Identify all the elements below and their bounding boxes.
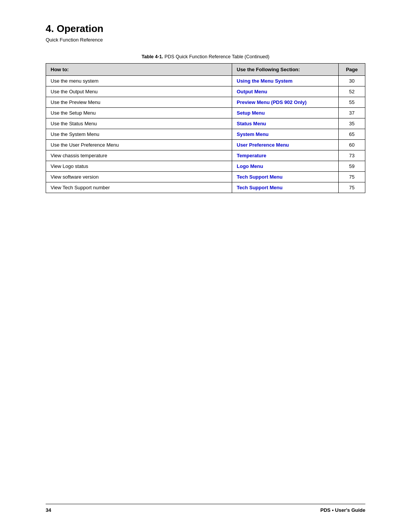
table-row: Use the Status MenuStatus Menu35 [46, 118, 365, 129]
cell-how-to: Use the Status Menu [46, 118, 232, 129]
section-link-anchor[interactable]: Status Menu [237, 121, 266, 126]
header-how-to: How to: [46, 64, 232, 76]
cell-page-number: 55 [339, 97, 365, 108]
cell-section-link[interactable]: Status Menu [232, 118, 339, 129]
cell-how-to: Use the menu system [46, 76, 232, 86]
section-link-anchor[interactable]: Setup Menu [237, 110, 265, 116]
cell-page-number: 52 [339, 86, 365, 97]
section-link-anchor[interactable]: Temperature [237, 153, 266, 158]
table-row: Use the Output MenuOutput Menu52 [46, 86, 365, 97]
cell-section-link[interactable]: Output Menu [232, 86, 339, 97]
table-row: Use the menu systemUsing the Menu System… [46, 76, 365, 86]
section-link-anchor[interactable]: Output Menu [237, 89, 267, 94]
table-caption-bold: Table 4-1. [142, 54, 163, 59]
cell-how-to: Use the Setup Menu [46, 108, 232, 118]
cell-how-to: View Tech Support number [46, 182, 232, 193]
cell-section-link[interactable]: System Menu [232, 129, 339, 140]
cell-page-number: 73 [339, 150, 365, 161]
cell-section-link[interactable]: User Preference Menu [232, 140, 339, 150]
section-link-anchor[interactable]: System Menu [237, 131, 269, 137]
section-link-anchor[interactable]: Using the Menu System [237, 78, 293, 84]
cell-page-number: 75 [339, 172, 365, 182]
reference-table: How to: Use the Following Section: Page … [46, 63, 365, 193]
cell-how-to: Use the Preview Menu [46, 97, 232, 108]
cell-how-to: Use the User Preference Menu [46, 140, 232, 150]
cell-page-number: 37 [339, 108, 365, 118]
cell-section-link[interactable]: Setup Menu [232, 108, 339, 118]
cell-how-to: View Logo status [46, 161, 232, 172]
cell-page-number: 59 [339, 161, 365, 172]
table-row: View chassis temperatureTemperature73 [46, 150, 365, 161]
section-link-anchor[interactable]: Preview Menu (PDS 902 Only) [237, 99, 307, 105]
footer-page-number: 34 [46, 507, 51, 513]
section-link-anchor[interactable]: Tech Support Menu [237, 174, 282, 180]
page-container: 4. Operation Quick Function Reference Ta… [0, 0, 411, 532]
table-header-row: How to: Use the Following Section: Page [46, 64, 365, 76]
cell-section-link[interactable]: Logo Menu [232, 161, 339, 172]
cell-page-number: 75 [339, 182, 365, 193]
header-use-section: Use the Following Section: [232, 64, 339, 76]
cell-how-to: Use the System Menu [46, 129, 232, 140]
cell-section-link[interactable]: Temperature [232, 150, 339, 161]
cell-section-link[interactable]: Using the Menu System [232, 76, 339, 86]
table-row: Use the User Preference MenuUser Prefere… [46, 140, 365, 150]
table-caption-text: PDS Quick Function Reference Table (Cont… [163, 54, 269, 59]
chapter-title: 4. Operation [46, 23, 365, 35]
section-link-anchor[interactable]: Tech Support Menu [237, 185, 282, 190]
section-subtitle: Quick Function Reference [46, 37, 365, 43]
table-row: View Tech Support numberTech Support Men… [46, 182, 365, 193]
cell-how-to: Use the Output Menu [46, 86, 232, 97]
section-link-anchor[interactable]: Logo Menu [237, 163, 263, 169]
table-row: View Logo statusLogo Menu59 [46, 161, 365, 172]
cell-section-link[interactable]: Tech Support Menu [232, 182, 339, 193]
table-row: Use the Preview MenuPreview Menu (PDS 90… [46, 97, 365, 108]
cell-page-number: 35 [339, 118, 365, 129]
section-link-anchor[interactable]: User Preference Menu [237, 142, 289, 148]
cell-page-number: 30 [339, 76, 365, 86]
footer-guide-title: PDS • User's Guide [320, 507, 365, 513]
table-caption: Table 4-1. PDS Quick Function Reference … [46, 54, 365, 59]
cell-how-to: View software version [46, 172, 232, 182]
cell-page-number: 65 [339, 129, 365, 140]
cell-section-link[interactable]: Tech Support Menu [232, 172, 339, 182]
cell-how-to: View chassis temperature [46, 150, 232, 161]
cell-section-link[interactable]: Preview Menu (PDS 902 Only) [232, 97, 339, 108]
page-footer: 34 PDS • User's Guide [46, 504, 365, 513]
table-row: Use the Setup MenuSetup Menu37 [46, 108, 365, 118]
table-row: Use the System MenuSystem Menu65 [46, 129, 365, 140]
header-page: Page [339, 64, 365, 76]
cell-page-number: 60 [339, 140, 365, 150]
table-row: View software versionTech Support Menu75 [46, 172, 365, 182]
